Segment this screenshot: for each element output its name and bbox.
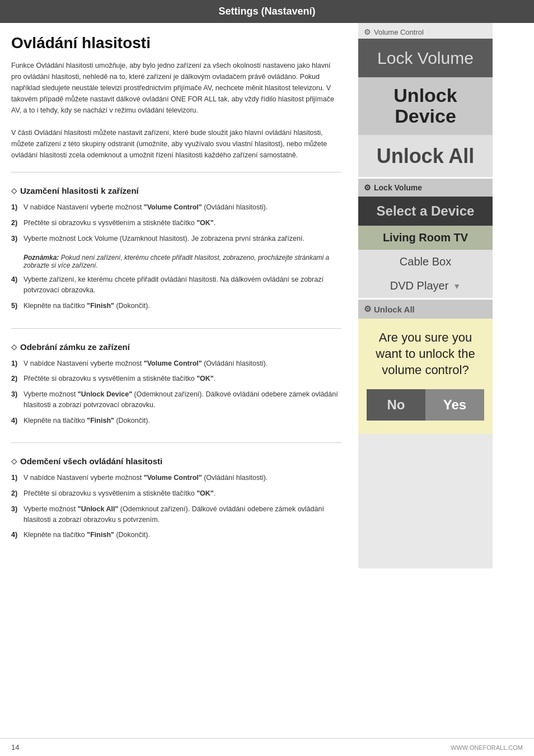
steps-list-1: 1)V nabídce Nastavení vyberte možnost "V… [11,202,341,244]
unlock-all-question: Are you sure you want to unlock the volu… [367,330,484,378]
step-1-note: Poznámka: Pokud není zařízení, kterému c… [11,254,341,269]
header-title: Settings (Nastavení) [218,6,315,17]
intro-paragraph-2: V části Ovládání hlasitosti můžete nasta… [11,127,341,161]
sidebar-panel1-label: ⚙ Volume Control [358,23,493,39]
sidebar-unlock-device[interactable]: Unlock Device [358,77,493,135]
sidebar-unlock-all[interactable]: Unlock All [358,135,493,178]
page-header: Settings (Nastavení) [0,0,534,23]
step-1-1: 1)V nabídce Nastavení vyberte možnost "V… [11,202,341,213]
step-3-4: 4)Klepněte na tlačítko "Finish" (Dokonči… [11,530,341,540]
gear-icon-3: ⚙ [364,304,371,314]
steps-list-2: 1)V nabídce Nastavení vyberte možnost "V… [11,358,341,426]
section-heading-1: Uzamčení hlasitosti k zařízení [11,186,341,195]
no-button[interactable]: No [367,389,425,421]
footer-page-number: 14 [11,743,19,752]
step-2-1: 1)V nabídce Nastavení vyberte možnost "V… [11,358,341,369]
sidebar-cable-box[interactable]: Cable Box [358,250,493,274]
sidebar-lock-volume[interactable]: Lock Volume [358,39,493,77]
step-1-2: 2)Přečtěte si obrazovku s vysvětlením a … [11,218,341,228]
sidebar-panel1-label-text: Volume Control [374,28,424,36]
section-lock-volume: Uzamčení hlasitosti k zařízení 1)V nabíd… [11,172,341,311]
step-1-5: 5)Klepněte na tlačítko "Finish" (Dokonči… [11,301,341,311]
sidebar-dvd-player[interactable]: DVD Player ▼ [358,274,493,298]
sidebar-unlock-all-confirm: Are you sure you want to unlock the volu… [358,319,493,434]
section-unlock-all: Odemčení všech ovládání hlasitosti 1)V n… [11,442,341,540]
gear-icon: ⚙ [364,27,371,36]
step-2-4: 4)Klepněte na tlačítko "Finish" (Dokonči… [11,416,341,426]
step-2-3: 3)Vyberte možnost "Unlock Device" (Odemk… [11,389,341,410]
step-1-3: 3)Vyberte možnost Lock Volume (Uzamknout… [11,234,341,244]
section-heading-2: Odebrání zámku ze zařízení [11,342,341,352]
sidebar: ⚙ Volume Control Lock Volume Unlock Devi… [358,23,493,568]
steps-list-3: 1)V nabídce Nastavení vyberte možnost "V… [11,473,341,540]
step-3-1: 1)V nabídce Nastavení vyberte možnost "V… [11,473,341,483]
main-title: Ovládání hlasitosti [11,34,341,52]
step-3-2: 2)Přečtěte si obrazovku s vysvětlením a … [11,488,341,499]
main-content: Ovládání hlasitosti Funkce Ovládání hlas… [0,23,358,568]
sidebar-select-device[interactable]: Select a Device [358,197,493,226]
yes-button[interactable]: Yes [425,389,484,421]
intro-paragraph-1: Funkce Ovládání hlasitosti umožňuje, aby… [11,60,341,116]
confirm-buttons: No Yes [367,389,484,421]
sidebar-panel2-label: ⚙ Lock Volume [358,179,493,197]
sidebar-panel3: ⚙ Unlock All Are you sure you want to un… [358,298,493,434]
sidebar-panel2: ⚙ Lock Volume Select a Device Living Roo… [358,177,493,298]
footer-url: WWW.ONEFORALL.COM [451,744,523,751]
sidebar-panel3-label: ⚙ Unlock All [358,300,493,319]
gear-icon-2: ⚙ [364,183,371,192]
steps-list-1b: 4)Vyberte zařízení, ke kterému chcete př… [11,274,341,311]
step-3-3: 3)Vyberte možnost "Unlock All" (Odemknou… [11,504,341,525]
step-2-2: 2)Přečtěte si obrazovku s vysvětlením a … [11,374,341,384]
section-unlock-device: Odebrání zámku ze zařízení 1)V nabídce N… [11,328,341,426]
page-footer: 14 WWW.ONEFORALL.COM [0,738,534,756]
section-heading-3: Odemčení všech ovládání hlasitosti [11,456,341,466]
step-1-4: 4)Vyberte zařízení, ke kterému chcete př… [11,274,341,296]
scroll-down-arrow: ▼ [453,282,461,291]
sidebar-living-room-tv[interactable]: Living Room TV [358,226,493,250]
